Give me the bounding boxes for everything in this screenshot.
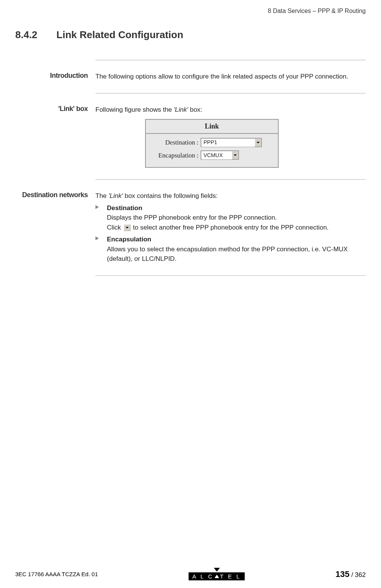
chevron-down-icon (257, 142, 260, 143)
linkbox-intro: Following figure shows the 'Link' box: (95, 105, 366, 115)
section-number: 8.4.2 (15, 29, 37, 40)
encapsulation-value: VCMUX (201, 151, 225, 160)
linkbox-block: 'Link' box Following figure shows the 'L… (15, 93, 366, 180)
item-title: Encapsulation (107, 235, 366, 244)
page-number: 135 / 362 (336, 569, 366, 579)
encapsulation-select[interactable]: VCMUX (201, 151, 239, 160)
list-item: Destination Displays the PPP phonebook e… (95, 203, 366, 233)
page-header: 8 Data Services – PPP & IP Routing (15, 8, 366, 18)
encapsulation-label: Encapsulation : (151, 151, 201, 161)
link-box-figure: Link Destination : PPP1 Encapsulation : (145, 119, 279, 168)
chevron-down-icon (234, 154, 237, 156)
destnetworks-intro: The 'Link' box contains the following fi… (95, 191, 366, 201)
introduction-block: Introduction The following options allow… (15, 60, 366, 93)
section-heading: 8.4.2Link Related Configuration (15, 29, 366, 41)
page-footer: 3EC 17766 AAAA TCZZA Ed. 01 A L C T E L … (15, 568, 366, 580)
item-title: Destination (107, 203, 366, 213)
divider (95, 275, 366, 276)
triangle-up-icon (215, 575, 219, 578)
destination-row: Destination : PPP1 (151, 138, 273, 148)
destination-select[interactable]: PPP1 (201, 138, 262, 147)
dropdown-button-icon[interactable] (232, 151, 239, 159)
doc-reference: 3EC 17766 AAAA TCZZA Ed. 01 (15, 571, 98, 577)
bullet-icon (95, 203, 107, 233)
chevron-down-icon (126, 227, 129, 228)
link-box-title: Link (146, 120, 278, 134)
list-item: Encapsulation Allows you to select the e… (95, 235, 366, 264)
triangle-down-icon (214, 568, 220, 572)
destination-value: PPP1 (201, 138, 220, 147)
item-text: Displays the PPP phonebook entry for the… (107, 213, 366, 223)
side-label-introduction: Introduction (15, 72, 95, 82)
alcatel-logo: A L C T E L (189, 572, 245, 580)
introduction-text: The following options allow to configure… (95, 72, 366, 82)
destnetworks-block: Destination networks The 'Link' box cont… (15, 180, 366, 275)
destination-label: Destination : (151, 138, 201, 148)
dropdown-button-icon[interactable] (255, 138, 262, 147)
item-text: Click to select another free PPP phonebo… (107, 223, 366, 233)
side-label-destnetworks: Destination networks (15, 191, 95, 264)
chapter-label: 8 Data Services – PPP & IP Routing (268, 8, 366, 14)
brand-logo: A L C T E L (189, 568, 245, 580)
encapsulation-row: Encapsulation : VCMUX (151, 151, 273, 161)
section-title: Link Related Configuration (57, 29, 183, 40)
bullet-icon (95, 235, 107, 264)
side-label-linkbox: 'Link' box (15, 105, 95, 168)
dropdown-button-icon (124, 224, 131, 231)
item-text: Allows you to select the encapsulation m… (107, 244, 366, 264)
